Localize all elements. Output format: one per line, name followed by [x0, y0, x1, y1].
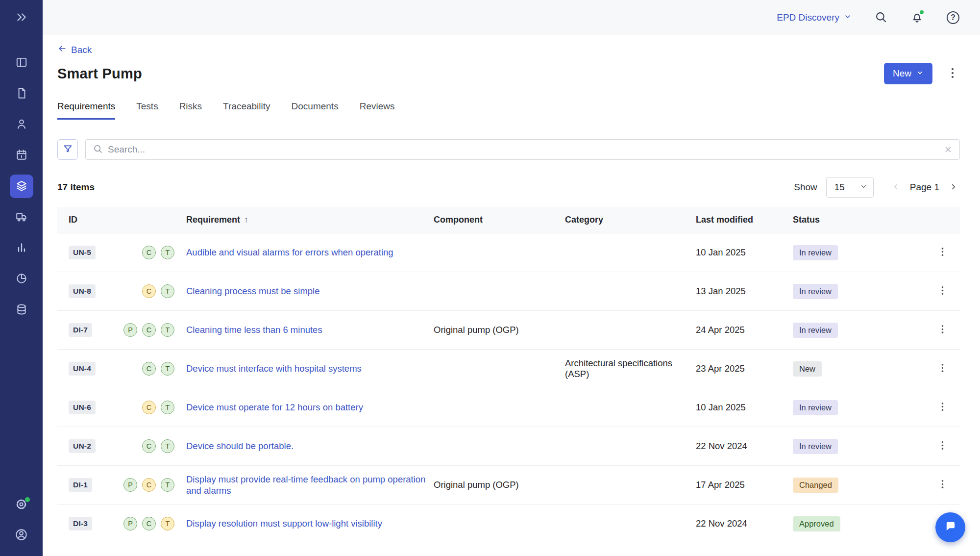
tab-risks[interactable]: Risks: [179, 101, 202, 120]
maturity-badge-t: T: [161, 284, 174, 298]
maturity-badge-c: C: [142, 323, 156, 337]
kebab-menu-icon: [941, 285, 944, 297]
requirement-link[interactable]: Audible and visual alarms for errors whe…: [186, 247, 393, 258]
category-cell: [565, 439, 696, 453]
requirement-link[interactable]: Cleaning process must be simple: [186, 285, 320, 297]
page-menu-button[interactable]: [945, 65, 960, 82]
row-menu-button[interactable]: [932, 285, 952, 297]
actions-cell: [932, 278, 960, 304]
row-menu-button[interactable]: [932, 247, 952, 258]
row-menu-button[interactable]: [932, 479, 952, 491]
maturity-badge-t: T: [161, 439, 174, 453]
component-cell: [434, 246, 565, 259]
sidebar: [0, 0, 43, 556]
sidebar-item-dashboard[interactable]: [10, 51, 33, 75]
tab-requirements[interactable]: Requirements: [57, 101, 115, 120]
pagination-controls: Show 15 Page 1: [794, 177, 960, 198]
sidebar-item-requirements[interactable]: [10, 175, 33, 198]
requirement-cell: Audible and visual alarms for errors whe…: [186, 240, 434, 265]
maturity-badge-c: C: [142, 362, 156, 376]
requirement-link[interactable]: Device must operate for 12 hours on batt…: [186, 402, 363, 413]
status-badge: In review: [793, 323, 838, 338]
maturity-badge-c: C: [142, 478, 156, 492]
chevron-right-icon: [949, 182, 958, 193]
notification-dot: [919, 9, 925, 15]
workspace-selector[interactable]: EPD Discovery: [777, 12, 852, 23]
component-cell: [434, 517, 565, 531]
category-cell: [565, 401, 696, 414]
tab-reviews[interactable]: Reviews: [360, 101, 395, 120]
help-button[interactable]: ?: [946, 10, 960, 25]
sidebar-item-calendar[interactable]: [10, 144, 33, 167]
next-page-button[interactable]: [947, 180, 960, 195]
header-id[interactable]: ID: [57, 215, 123, 225]
header-status[interactable]: Status: [793, 215, 932, 225]
workspace-label: EPD Discovery: [777, 12, 839, 23]
sidebar-expand-button[interactable]: [10, 6, 33, 29]
calendar-icon: [15, 149, 28, 163]
filter-icon: [63, 144, 73, 155]
back-link[interactable]: Back: [57, 44, 92, 56]
tab-tests[interactable]: Tests: [136, 101, 158, 120]
maturity-badge-p: P: [123, 323, 137, 337]
status-cell: In review: [793, 393, 932, 422]
header-last-modified[interactable]: Last modified: [696, 215, 793, 225]
sidebar-item-reports[interactable]: [10, 236, 33, 260]
search-icon: [874, 10, 887, 25]
sidebar-item-analytics[interactable]: [10, 267, 33, 291]
bar-chart-icon: [15, 241, 28, 255]
clear-search-icon[interactable]: [944, 145, 953, 154]
maturity-badge-c: C: [142, 439, 156, 453]
tab-traceability[interactable]: Traceability: [223, 101, 270, 120]
category-cell: [565, 478, 696, 492]
requirement-link[interactable]: Device should be portable.: [186, 440, 294, 452]
header-component[interactable]: Component: [434, 215, 565, 225]
modified-cell: 22 Nov 2024: [696, 511, 793, 536]
header-requirement[interactable]: Requirement ↑: [186, 215, 434, 225]
row-menu-button[interactable]: [932, 440, 952, 452]
requirement-link[interactable]: Device must interface with hospital syst…: [186, 363, 362, 374]
maturity-badge-t: T: [161, 478, 174, 492]
pager: Page 1: [889, 180, 960, 195]
requirement-link[interactable]: Cleaning time less than 6 minutes: [186, 324, 322, 335]
sidebar-item-documents[interactable]: [10, 82, 33, 105]
component-cell: Original pump (OGP): [434, 473, 565, 497]
truck-icon: [15, 210, 28, 225]
sidebar-item-database[interactable]: [10, 298, 33, 322]
header-category[interactable]: Category: [565, 215, 696, 225]
page-size-select[interactable]: 15: [826, 177, 874, 198]
search-icon: [93, 144, 103, 156]
row-menu-button[interactable]: [932, 324, 952, 336]
requirement-link[interactable]: Display must provide real-time feedback …: [186, 474, 426, 496]
status-badge: In review: [793, 439, 838, 454]
table-header-row: ID Requirement ↑ Component Category Last…: [57, 207, 960, 233]
sidebar-item-users[interactable]: [10, 113, 33, 136]
layers-icon: [15, 179, 28, 194]
global-search-button[interactable]: [873, 10, 888, 25]
chevron-down-icon: [860, 182, 867, 193]
maturity-badges: CT: [123, 355, 186, 382]
filter-button[interactable]: [57, 139, 78, 160]
row-menu-button[interactable]: [932, 363, 952, 375]
status-cell: In review: [793, 277, 932, 306]
chevron-down-icon: [916, 68, 924, 79]
settings-button[interactable]: [10, 493, 33, 517]
prev-page-button[interactable]: [889, 180, 902, 195]
account-button[interactable]: [10, 524, 33, 547]
title-row: Smart Pump New: [57, 63, 960, 84]
requirement-cell: Cleaning time less than 6 minutes: [186, 317, 434, 342]
table-row: UN-4 CT Device must interface with hospi…: [57, 350, 960, 388]
notifications-button[interactable]: [909, 10, 924, 25]
chat-button[interactable]: [935, 512, 965, 542]
user-avatar-icon: [15, 528, 28, 543]
row-id-badge: UN-8: [69, 284, 96, 298]
modified-cell: 24 Apr 2025: [696, 318, 793, 342]
maturity-badges: PCT: [123, 510, 186, 537]
new-button[interactable]: New: [884, 63, 932, 84]
search-input[interactable]: [108, 144, 939, 155]
requirement-link[interactable]: Display resolution must support low-ligh…: [186, 518, 382, 529]
sidebar-item-deliveries[interactable]: [10, 205, 33, 229]
tab-documents[interactable]: Documents: [292, 101, 339, 120]
row-menu-button[interactable]: [932, 402, 952, 413]
maturity-badges: CT: [123, 432, 186, 460]
